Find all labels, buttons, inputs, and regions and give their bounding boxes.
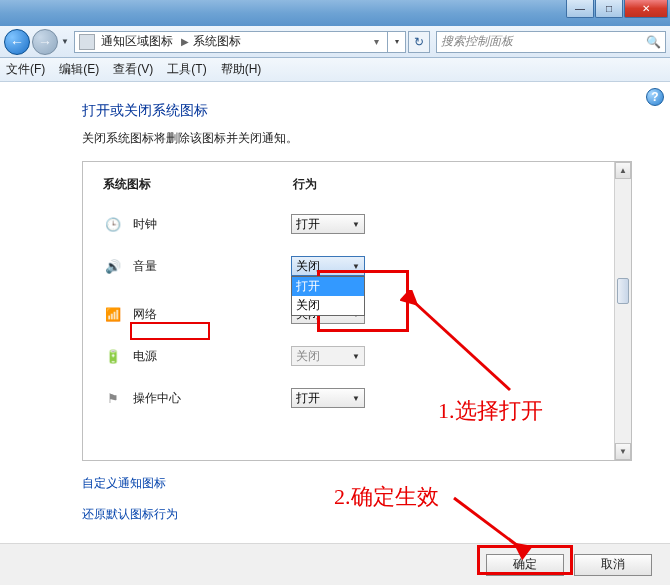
clock-icon: 🕒 xyxy=(103,216,123,232)
address-bar[interactable]: 通知区域图标 ▶ 系统图标 ▾ xyxy=(74,31,388,53)
menu-tools[interactable]: 工具(T) xyxy=(167,61,206,78)
row-label: 电源 xyxy=(133,348,291,365)
cancel-button[interactable]: 取消 xyxy=(574,554,652,576)
back-button[interactable]: ← xyxy=(4,29,30,55)
navbar: ← → ▼ 通知区域图标 ▶ 系统图标 ▾ ▾ ↻ 搜索控制面板 🔍 xyxy=(0,26,670,58)
row-volume: 🔊 音量 关闭 ▼ 打开 关闭 xyxy=(103,249,611,283)
ok-button[interactable]: 确定 xyxy=(486,554,564,576)
option-open[interactable]: 打开 xyxy=(292,277,364,296)
address-dropdown[interactable]: ▾ xyxy=(388,31,406,53)
page-description: 关闭系统图标将删除该图标并关闭通知。 xyxy=(82,130,644,147)
chevron-right-icon: ▶ xyxy=(181,36,189,47)
search-placeholder: 搜索控制面板 xyxy=(441,33,513,50)
row-power: 🔋 电源 关闭 ▼ xyxy=(103,339,611,373)
row-clock: 🕒 时钟 打开 ▼ xyxy=(103,207,611,241)
option-close[interactable]: 关闭 xyxy=(292,296,364,315)
close-button[interactable]: ✕ xyxy=(624,0,668,18)
power-icon: 🔋 xyxy=(103,348,123,364)
settings-panel: 系统图标 行为 🕒 时钟 打开 ▼ 🔊 音量 关闭 ▼ 打开 xyxy=(82,161,632,461)
scroll-up-icon[interactable]: ▲ xyxy=(615,162,631,179)
link-restore[interactable]: 还原默认图标行为 xyxy=(82,506,644,523)
row-label: 时钟 xyxy=(133,216,291,233)
combo-value: 关闭 xyxy=(296,258,320,275)
menu-view[interactable]: 查看(V) xyxy=(113,61,153,78)
network-icon: 📶 xyxy=(103,306,123,322)
page-title: 打开或关闭系统图标 xyxy=(82,102,644,120)
row-label: 网络 xyxy=(133,306,291,323)
location-icon xyxy=(79,34,95,50)
forward-button[interactable]: → xyxy=(32,29,58,55)
menu-edit[interactable]: 编辑(E) xyxy=(59,61,99,78)
scroll-down-icon[interactable]: ▼ xyxy=(615,443,631,460)
row-action-center: ⚑ 操作中心 打开 ▼ xyxy=(103,381,611,415)
menu-help[interactable]: 帮助(H) xyxy=(221,61,262,78)
minimize-button[interactable]: — xyxy=(566,0,594,18)
combo-volume[interactable]: 关闭 ▼ 打开 关闭 xyxy=(291,256,365,276)
volume-icon: 🔊 xyxy=(103,258,123,274)
combo-value: 打开 xyxy=(296,216,320,233)
chevron-down-icon: ▼ xyxy=(352,394,360,403)
chevron-down-icon[interactable]: ▾ xyxy=(374,36,379,47)
titlebar: — □ ✕ xyxy=(0,0,670,26)
combo-power: 关闭 ▼ xyxy=(291,346,365,366)
flag-icon: ⚑ xyxy=(103,390,123,406)
breadcrumb[interactable]: 系统图标 xyxy=(193,33,241,50)
row-label: 音量 xyxy=(133,258,291,275)
breadcrumb[interactable]: 通知区域图标 xyxy=(101,33,173,50)
row-label: 操作中心 xyxy=(133,390,291,407)
refresh-button[interactable]: ↻ xyxy=(408,31,430,53)
chevron-down-icon: ▼ xyxy=(352,352,360,361)
column-header-behavior: 行为 xyxy=(293,176,317,193)
content-area: 打开或关闭系统图标 关闭系统图标将删除该图标并关闭通知。 系统图标 行为 🕒 时… xyxy=(0,82,670,536)
combo-value: 打开 xyxy=(296,390,320,407)
column-header-icon: 系统图标 xyxy=(103,176,293,193)
menubar: 文件(F) 编辑(E) 查看(V) 工具(T) 帮助(H) xyxy=(0,58,670,82)
chevron-down-icon: ▼ xyxy=(352,262,360,271)
chevron-down-icon: ▼ xyxy=(352,220,360,229)
combo-value: 关闭 xyxy=(296,348,320,365)
footer: 确定 取消 xyxy=(0,543,670,585)
combo-volume-dropdown[interactable]: 打开 关闭 xyxy=(291,276,365,316)
scroll-thumb[interactable] xyxy=(617,278,629,304)
history-dropdown-icon[interactable]: ▼ xyxy=(60,32,70,52)
menu-file[interactable]: 文件(F) xyxy=(6,61,45,78)
link-customize[interactable]: 自定义通知图标 xyxy=(82,475,644,492)
maximize-button[interactable]: □ xyxy=(595,0,623,18)
search-input[interactable]: 搜索控制面板 🔍 xyxy=(436,31,666,53)
scrollbar[interactable]: ▲ ▼ xyxy=(614,162,631,460)
combo-clock[interactable]: 打开 ▼ xyxy=(291,214,365,234)
search-icon[interactable]: 🔍 xyxy=(646,35,661,49)
combo-action-center[interactable]: 打开 ▼ xyxy=(291,388,365,408)
